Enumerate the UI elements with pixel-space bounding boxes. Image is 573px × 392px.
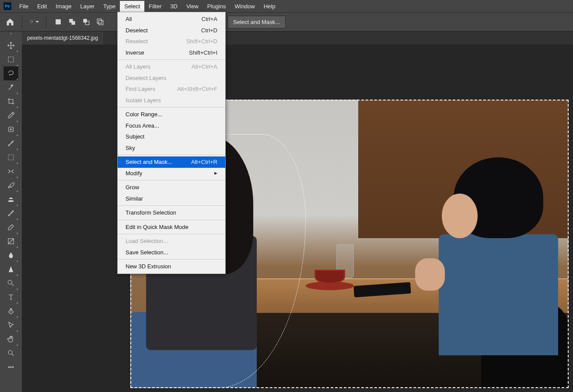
menuitem-sky[interactable]: Sky [118, 142, 225, 154]
menuitem-deselect-layers: Deselect Layers [118, 73, 225, 84]
svg-rect-6 [99, 21, 103, 25]
menuitem-grow[interactable]: Grow [118, 182, 225, 193]
menuitem-label: Save Selection... [126, 248, 168, 257]
clone-stamp-tool[interactable] [3, 192, 18, 206]
sharpen-tool[interactable] [3, 262, 18, 276]
menuitem-shortcut: Alt+Ctrl+R [191, 158, 217, 167]
menu-3d[interactable]: 3D [166, 1, 182, 12]
svg-point-15 [12, 367, 13, 368]
history-brush-tool[interactable] [3, 206, 18, 220]
menuitem-new-3d-extrusion[interactable]: New 3D Extrusion [118, 261, 225, 272]
frame-tool[interactable] [3, 150, 18, 164]
svg-rect-9 [8, 155, 14, 160]
menu-layer[interactable]: Layer [76, 1, 99, 12]
magic-wand-tool[interactable] [3, 80, 18, 94]
menu-image[interactable]: Image [51, 1, 76, 12]
divider [22, 16, 22, 28]
menu-file[interactable]: File [15, 1, 33, 12]
menuitem-label: Modify [126, 169, 142, 178]
menu-plugins[interactable]: Plugins [203, 1, 231, 12]
blur-tool[interactable] [3, 248, 18, 262]
path-selection-tool[interactable] [3, 318, 18, 332]
lasso-tool-icon[interactable] [29, 17, 39, 27]
menuitem-select-and-mask[interactable]: Select and Mask...Alt+Ctrl+R [118, 156, 225, 168]
canvas-area[interactable] [22, 45, 573, 392]
selection-new-icon[interactable] [53, 17, 63, 27]
document-tab-strip: pexels-mentatdgt-1568342.jpg [0, 31, 573, 45]
menuitem-deselect[interactable]: DeselectCtrl+D [118, 25, 225, 36]
menuitem-modify[interactable]: Modify [118, 168, 225, 179]
eraser-tool[interactable] [3, 220, 18, 234]
menuitem-label: Load Selection... [126, 237, 168, 246]
menuitem-label: Transform Selection [126, 208, 176, 217]
menuitem-isolate-layers: Isolate Layers [118, 95, 225, 106]
menu-type[interactable]: Type [99, 1, 120, 12]
crop-tool[interactable] [3, 94, 18, 108]
edit-toolbar-button[interactable] [3, 360, 18, 374]
menuitem-inverse[interactable]: InverseShift+Ctrl+I [118, 47, 225, 59]
paint-brush-tool[interactable] [3, 178, 18, 192]
menuitem-label: Sky [126, 144, 135, 153]
select-menu-dropdown: AllCtrl+ADeselectCtrl+DReselectShift+Ctr… [117, 12, 226, 274]
brush-tool[interactable] [3, 136, 18, 150]
svg-point-14 [10, 367, 11, 368]
content-aware-move-tool[interactable] [3, 164, 18, 178]
menuitem-label: All Layers [126, 62, 150, 71]
menuitem-color-range[interactable]: Color Range... [118, 109, 225, 120]
menuitem-label: Reselect [126, 37, 148, 46]
menuitem-label: Focus Area... [126, 121, 159, 130]
menuitem-label: Find Layers [126, 85, 155, 94]
eyedropper-tool[interactable] [3, 108, 18, 122]
menuitem-label: Isolate Layers [126, 96, 161, 105]
selection-add-icon[interactable] [67, 17, 77, 27]
menuitem-shortcut: Ctrl+A [202, 15, 217, 24]
menuitem-similar[interactable]: Similar [118, 193, 225, 205]
menu-view[interactable]: View [182, 1, 203, 12]
selection-intersect-icon[interactable] [95, 17, 105, 27]
pen-tool[interactable] [3, 304, 18, 318]
menuitem-shortcut: Shift+Ctrl+I [189, 49, 217, 57]
dodge-tool[interactable] [3, 276, 18, 290]
type-tool[interactable] [3, 290, 18, 304]
photoshop-app-icon: Ps [3, 2, 11, 10]
menuitem-label: Grow [126, 183, 139, 192]
menu-window[interactable]: Window [230, 1, 259, 12]
select-and-mask-button[interactable]: Select and Mask... [227, 16, 286, 28]
menuitem-label: New 3D Extrusion [126, 262, 171, 271]
menuitem-all[interactable]: AllCtrl+A [118, 14, 225, 25]
zoom-tool[interactable] [3, 346, 18, 360]
menu-select[interactable]: Select [120, 1, 144, 12]
menuitem-label: Subject [126, 132, 144, 141]
svg-rect-2 [71, 21, 75, 24]
selection-subtract-icon[interactable] [81, 17, 91, 27]
move-tool[interactable] [3, 38, 18, 52]
document-tab[interactable]: pexels-mentatdgt-1568342.jpg [22, 31, 103, 45]
menuitem-all-layers: All LayersAlt+Ctrl+A [118, 61, 225, 73]
hand-tool[interactable] [3, 332, 18, 346]
menuitem-label: Inverse [126, 49, 144, 57]
menuitem-reselect: ReselectShift+Ctrl+D [118, 36, 225, 47]
home-icon[interactable] [5, 17, 15, 27]
svg-rect-0 [56, 19, 61, 24]
menuitem-shortcut: Alt+Shift+Ctrl+F [177, 85, 217, 94]
gradient-tool[interactable] [3, 234, 18, 248]
menuitem-edit-in-quick-mask-mode[interactable]: Edit in Quick Mask Mode [118, 222, 225, 233]
lasso-tool[interactable] [3, 66, 18, 80]
toolbar-expand-handle[interactable] [0, 31, 22, 36]
tool-panel [0, 36, 22, 392]
svg-point-12 [8, 350, 12, 354]
menu-filter[interactable]: Filter [144, 1, 166, 12]
spot-heal-tool[interactable] [3, 122, 18, 136]
menuitem-save-selection[interactable]: Save Selection... [118, 247, 225, 258]
menu-edit[interactable]: Edit [33, 1, 51, 12]
menuitem-shortcut: Ctrl+D [201, 26, 217, 35]
menuitem-focus-area[interactable]: Focus Area... [118, 120, 225, 132]
marquee-tool[interactable] [3, 52, 18, 66]
menu-help[interactable]: Help [259, 1, 280, 12]
menuitem-shortcut: Alt+Ctrl+A [192, 62, 217, 71]
menuitem-transform-selection[interactable]: Transform Selection [118, 207, 225, 219]
menu-bar: Ps File Edit Image Layer Type Select Fil… [0, 0, 573, 12]
menuitem-subject[interactable]: Subject [118, 131, 225, 142]
menuitem-find-layers: Find LayersAlt+Shift+Ctrl+F [118, 83, 225, 95]
menuitem-label: Deselect [126, 26, 148, 35]
